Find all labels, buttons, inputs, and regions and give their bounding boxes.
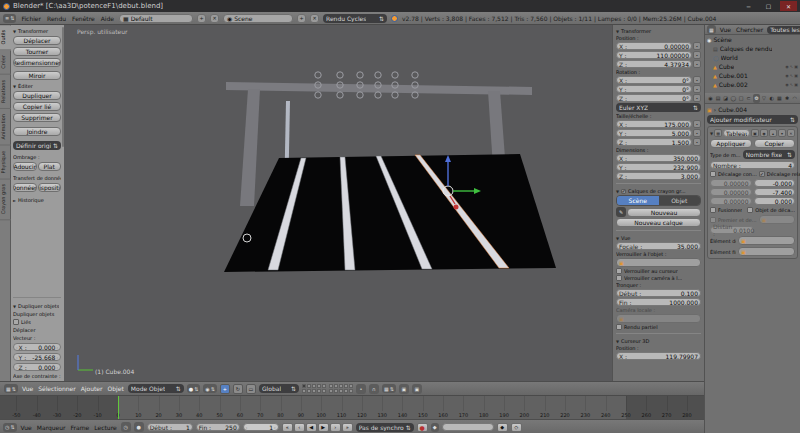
outliner-display-mode[interactable]: Toutes les scènes (767, 26, 800, 34)
layer-cell[interactable] (322, 384, 326, 388)
viewport-shading-selector[interactable]: ●⇅ (187, 384, 201, 393)
move-up-icon[interactable]: ▴ (769, 129, 777, 137)
lock-icon[interactable]: • (693, 85, 701, 93)
lock-icon[interactable]: • (693, 138, 701, 146)
playhead[interactable] (118, 396, 119, 419)
duplicate-button[interactable]: Dupliquer (13, 91, 61, 100)
screen-layout-selector[interactable]: ▦ Default (119, 14, 193, 23)
translate-button[interactable]: Déplacer (13, 36, 61, 45)
preview-range-icon[interactable]: ◷ (121, 422, 131, 432)
collapsed-icon[interactable]: ► (13, 198, 16, 203)
vector-y-field[interactable]: ‹Y :-25.668› (13, 353, 61, 361)
fit-type-dropdown[interactable]: Nombre fixe⇅ (743, 150, 795, 159)
add-layout-button[interactable]: + (197, 14, 206, 23)
frame-history-icon[interactable]: ● (134, 422, 144, 432)
gp-scene-toggle[interactable]: Scène (617, 196, 659, 205)
start-cap-field[interactable]: ▣ (738, 236, 795, 245)
texture-tab[interactable]: ▦ (776, 94, 783, 103)
object-tab[interactable]: □ (738, 94, 745, 103)
layer-cell[interactable] (349, 389, 353, 393)
selectability-toggle-icon[interactable]: ↖ (790, 82, 793, 87)
viewport-toggle-icon[interactable]: ◉ (760, 129, 768, 137)
rot-y-field[interactable]: Y :0° (616, 85, 692, 93)
toolshelf-tab-crayon-gras[interactable]: Crayon gras (0, 179, 11, 220)
dim-x-field[interactable]: X :350.000 (616, 154, 701, 162)
layer-cell[interactable] (302, 389, 306, 393)
loc-x-field[interactable]: X :0.00000 (616, 42, 692, 50)
gp-source-toggle[interactable]: ScèneObjet (616, 195, 701, 206)
mode-selector[interactable]: Mode Objet⇅ (128, 384, 184, 393)
opengl-render-anim-icon[interactable]: ▣ (412, 384, 422, 394)
snap-magnet-icon[interactable]: ∩ (369, 384, 379, 394)
remove-scene-button[interactable]: ✕ (310, 14, 319, 23)
layer-cell[interactable] (307, 389, 311, 393)
scene-tab[interactable]: ◪ (722, 94, 729, 103)
rotation-mode-selector[interactable]: Euler XYZ⇅ (616, 103, 701, 112)
timeline-menu-marqueur[interactable]: Marqueur (36, 424, 67, 431)
layer-cell[interactable] (312, 389, 316, 393)
vector-x-field[interactable]: ‹X :0.000› (13, 343, 61, 351)
add-scene-button[interactable]: + (297, 14, 306, 23)
outliner-menu-vue[interactable]: Vue (719, 26, 732, 33)
sync-mode-dropdown[interactable]: Pas de synchro⇅ (356, 423, 414, 432)
menu-fichier[interactable]: Fichier (20, 15, 42, 22)
outliner-row[interactable]: ◉Scène (705, 35, 800, 44)
frame-end-field[interactable]: Fin :250 (196, 423, 240, 431)
visibility-toggle-icon[interactable]: ◉ (785, 73, 789, 78)
visibility-toggle-icon[interactable]: ◉ (785, 82, 789, 87)
manipulator-translate-toggle[interactable]: + (220, 384, 230, 394)
cursor-panel-title[interactable]: Curseur 3D (621, 338, 649, 344)
selectability-toggle-icon[interactable]: ↖ (790, 64, 793, 69)
loc-y-field[interactable]: Y :110.00000 (616, 51, 692, 59)
layer-cell[interactable] (317, 384, 321, 388)
play-button[interactable]: ▶ (318, 423, 329, 432)
3d-viewport[interactable]: Persp. utilisateur (1) Cube.004 (64, 25, 612, 381)
collapse-icon[interactable]: ▼ (616, 339, 619, 344)
layer-cell[interactable] (317, 389, 321, 393)
rot-x-field[interactable]: X :0° (616, 76, 692, 84)
add-modifier-dropdown[interactable]: Ajouter modificateur⇅ (707, 115, 798, 124)
layer-cell[interactable] (312, 384, 316, 388)
outliner-row[interactable]: ◯World (705, 53, 800, 62)
timeline-menu-vue[interactable]: Vue (20, 424, 33, 431)
remove-layout-button[interactable]: ✕ (210, 14, 219, 23)
panel-title-transform[interactable]: Transformer (18, 28, 48, 34)
lock-object-field[interactable]: ▣ (616, 258, 701, 267)
collapse-icon[interactable]: ▼ (616, 236, 619, 241)
first-last-checkbox[interactable] (710, 217, 716, 223)
loc-z-field[interactable]: Z :4.37934 (616, 60, 692, 68)
const-offset-x-field[interactable]: 0.00000 (710, 179, 752, 187)
menu-aide[interactable]: Aide (100, 15, 115, 22)
menu-ajouter[interactable]: Ajouter (80, 385, 104, 392)
offset-object-field[interactable]: ▣ (759, 215, 795, 224)
editor-type-button[interactable]: ≡⇅ (3, 14, 16, 23)
scale-x-field[interactable]: X :175.000 (616, 120, 692, 128)
menu-objet[interactable]: Objet (107, 385, 125, 392)
gp-object-toggle[interactable]: Objet (659, 196, 701, 205)
lock-camera-checkbox[interactable] (616, 275, 622, 281)
count-field[interactable]: Nombre :4 (710, 161, 795, 169)
gp-checkbox[interactable]: ✓ (621, 189, 626, 194)
layer-cell[interactable] (344, 384, 348, 388)
3d-viewport-canvas[interactable] (64, 25, 612, 381)
toolshelf-tab-physique[interactable]: Physique (0, 146, 11, 180)
scale-z-field[interactable]: Z :1.500 (616, 138, 692, 146)
snap-element-selector[interactable]: ▦⇅ (382, 384, 396, 393)
keying-set-icon[interactable]: ◆ (431, 423, 439, 432)
constraints-tab[interactable]: ⊂ (745, 94, 752, 103)
view-panel-title[interactable]: Vue (621, 235, 630, 241)
dim-y-field[interactable]: Y :232.900 (616, 163, 701, 171)
shade-smooth-button[interactable]: Adoucir (13, 162, 37, 171)
layer-cell[interactable] (339, 389, 343, 393)
lock-icon[interactable]: • (693, 51, 701, 59)
render-toggle-icon[interactable]: ▣ (794, 64, 798, 69)
const-offset-y-field[interactable]: 0.00000 (710, 188, 752, 196)
rot-z-field[interactable]: Z :0° (616, 94, 692, 102)
editor-type-button[interactable]: ◷⇅ (3, 423, 17, 432)
duplicate-linked-button[interactable]: Copier lié (13, 102, 61, 111)
close-button[interactable]: ✕ (780, 1, 797, 11)
outliner-menu-chercher[interactable]: Chercher (735, 26, 764, 33)
copy-modifier-button[interactable]: Copier (754, 139, 796, 148)
const-offset-z-field[interactable]: 0.00000 (710, 197, 752, 205)
collapse-icon[interactable]: ▼ (13, 29, 16, 34)
